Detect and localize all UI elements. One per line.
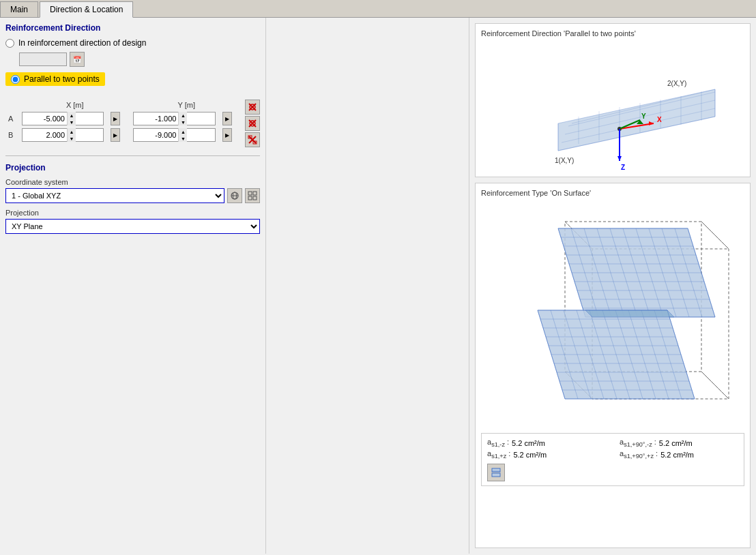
- row-a-x-arrow[interactable]: ▶: [111, 112, 120, 125]
- main-content: Reinforcement Direction In reinforcement…: [0, 18, 756, 554]
- svg-text:Y: Y: [641, 112, 646, 120]
- action-btn-2d[interactable]: [245, 132, 260, 147]
- radio-option2[interactable]: [11, 75, 20, 84]
- tab-direction-location[interactable]: Direction & Location: [40, 1, 133, 18]
- parallel-to-two-points-option: Parallel to two points: [5, 72, 260, 93]
- diagram2-svg: [483, 201, 742, 433]
- row-a-x-input[interactable]: [23, 114, 67, 123]
- stats-grid: as1,-z : 5.2 cm²/m as1,+90°,-z : 5.2 cm²…: [487, 438, 738, 460]
- grid-crosshair-icon: [248, 135, 257, 145]
- svg-marker-94: [585, 310, 674, 317]
- stat-item: as1,+z : 5.2 cm²/m: [487, 449, 606, 460]
- row-b-y-input[interactable]: [134, 130, 178, 140]
- radio-option1-label: In reinforcement direction of design: [18, 38, 146, 48]
- stat-key-3: as1,+90°,-z :: [620, 438, 656, 448]
- tab-main[interactable]: Main: [0, 1, 38, 17]
- coord-table: X [m] Y [m] A ▲ ▼: [5, 100, 242, 143]
- stats-action-btn[interactable]: [487, 464, 505, 481]
- diagram2-box: [481, 201, 744, 433]
- globe-icon: [230, 191, 239, 200]
- coord-actions: [245, 100, 260, 147]
- stat-val-4: 5.2 cm²/m: [660, 451, 694, 459]
- layers-icon: [491, 467, 501, 478]
- calendar-icon: 📅: [73, 56, 81, 63]
- svg-text:1(X,Y): 1(X,Y): [555, 157, 574, 164]
- row-a-y-spin-up[interactable]: ▲: [179, 112, 187, 119]
- stats-bar: as1,-z : 5.2 cm²/m as1,+90°,-z : 5.2 cm²…: [481, 433, 744, 486]
- coord-sys-grid-btn[interactable]: [245, 188, 260, 203]
- coordinate-system-row: 1 - Global XYZ: [5, 188, 260, 203]
- row-b-y-spin-down[interactable]: ▼: [179, 135, 187, 142]
- projection-dropdown[interactable]: XY Plane: [5, 219, 260, 234]
- row-a-x-spin-up[interactable]: ▲: [68, 112, 76, 119]
- svg-rect-15: [248, 196, 252, 200]
- coordinate-system-label: Coordinate system: [5, 178, 260, 186]
- diagram1-section: Reinforcement Direction 'Parallel to two…: [475, 23, 751, 177]
- row-b-label: B: [5, 127, 19, 143]
- stats-icon-row: [487, 464, 738, 481]
- middle-panel: [266, 18, 469, 554]
- projection-section: Projection Coordinate system 1 - Global …: [5, 163, 260, 234]
- action-btn-b[interactable]: [245, 116, 260, 131]
- stat-val-1: 5.2 cm²/m: [512, 439, 545, 447]
- row-a-y-spinners: ▲ ▼: [178, 112, 187, 125]
- yellow-option-label[interactable]: Parallel to two points: [5, 72, 105, 86]
- calendar-icon-button[interactable]: 📅: [70, 52, 85, 67]
- diagram1-title: Reinforcement Direction 'Parallel to two…: [481, 29, 744, 38]
- stat-item: as1,+90°,+z : 5.2 cm²/m: [620, 449, 738, 460]
- left-panel: Reinforcement Direction In reinforcement…: [0, 18, 266, 554]
- row-b-y-input-group: ▲ ▼: [133, 128, 215, 142]
- projection-row: XY Plane: [5, 219, 260, 234]
- diagram2-title: Reinforcement Type 'On Surface': [481, 189, 744, 197]
- col-y-header: Y [m]: [130, 100, 242, 110]
- stat-item: as1,-z : 5.2 cm²/m: [487, 438, 606, 448]
- svg-text:X: X: [657, 116, 662, 123]
- right-panel: Reinforcement Direction 'Parallel to two…: [469, 18, 756, 554]
- col-x-header: X [m]: [19, 100, 130, 110]
- table-row: B ▲ ▼ ▶: [5, 127, 242, 143]
- design-direction-input-row: 📅: [19, 52, 260, 67]
- row-b-y-cell: ▲ ▼: [130, 127, 218, 143]
- table-row: A ▲ ▼ ▶: [5, 110, 242, 127]
- row-a-x-cell: ▲ ▼: [19, 110, 106, 127]
- row-b-x-spin-down[interactable]: ▼: [68, 135, 76, 142]
- row-a-x-spin-down[interactable]: ▼: [68, 119, 76, 125]
- crosshair-icon-a: [248, 102, 257, 112]
- row-a-x-spinners: ▲ ▼: [67, 112, 76, 125]
- row-a-y-arrow-cell: ▶: [218, 110, 242, 127]
- stat-key-2: as1,+z :: [487, 449, 510, 460]
- row-a-y-input-group: ▲ ▼: [133, 112, 215, 125]
- row-a-y-spin-down[interactable]: ▼: [179, 119, 187, 125]
- svg-text:Z: Z: [621, 164, 625, 171]
- diagram1-box: 1(X,Y) 2(X,Y) X Y: [481, 42, 744, 171]
- row-b-y-arrow[interactable]: ▶: [222, 128, 232, 142]
- row-b-x-spinners: ▲ ▼: [67, 128, 76, 142]
- reinforcement-direction-title: Reinforcement Direction: [5, 23, 260, 33]
- stat-val-3: 5.2 cm²/m: [659, 439, 693, 447]
- row-b-x-cell: ▲ ▼: [19, 127, 106, 143]
- row-a-y-cell: ▲ ▼: [130, 110, 218, 127]
- row-b-x-input[interactable]: [23, 130, 67, 140]
- stat-key-4: as1,+90°,+z :: [620, 449, 658, 460]
- projection-title: Projection: [5, 163, 260, 172]
- coord-sys-globe-btn[interactable]: [227, 188, 242, 203]
- coordinate-system-dropdown[interactable]: 1 - Global XYZ: [5, 188, 224, 203]
- svg-rect-13: [248, 192, 252, 195]
- radio-option1[interactable]: [5, 39, 14, 48]
- stat-val-2: 5.2 cm²/m: [513, 451, 547, 459]
- tab-bar: Main Direction & Location: [0, 0, 756, 18]
- col-label: [5, 100, 19, 110]
- row-a-y-arrow[interactable]: ▶: [222, 112, 232, 125]
- row-b-x-spin-up[interactable]: ▲: [68, 128, 76, 135]
- stat-key-1: as1,-z :: [487, 438, 509, 448]
- svg-marker-42: [617, 156, 622, 161]
- row-b-y-spinners: ▲ ▼: [178, 128, 187, 142]
- action-btn-a[interactable]: [245, 100, 260, 115]
- crosshair-icon-b: [248, 119, 257, 128]
- stat-item: as1,+90°,-z : 5.2 cm²/m: [620, 438, 738, 448]
- row-a-y-input[interactable]: [134, 114, 178, 123]
- design-direction-input[interactable]: [19, 52, 67, 66]
- row-b-y-spin-up[interactable]: ▲: [179, 128, 187, 135]
- svg-rect-96: [492, 473, 500, 477]
- row-b-x-arrow[interactable]: ▶: [111, 128, 120, 142]
